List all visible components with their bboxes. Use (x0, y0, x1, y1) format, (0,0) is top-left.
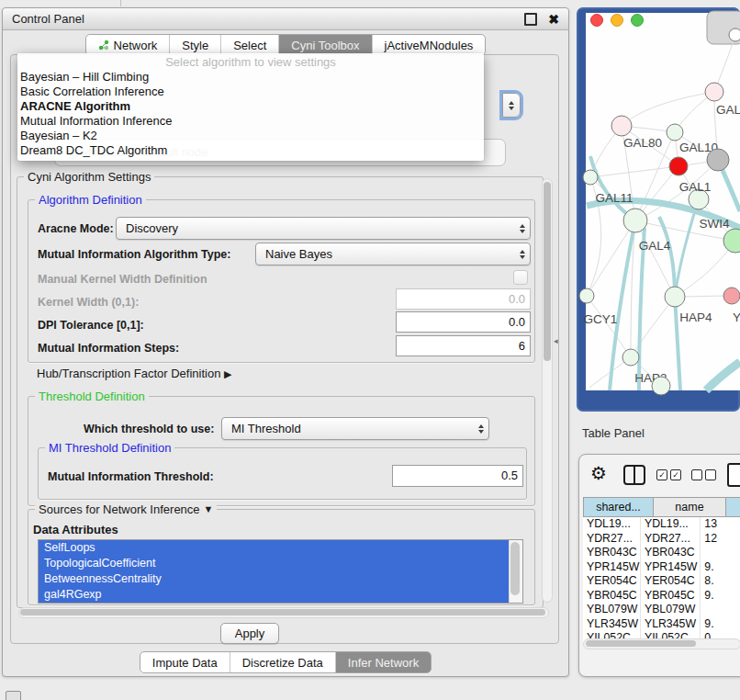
table-cell[interactable]: 9. (701, 589, 740, 604)
table-cell[interactable]: YBL079W (583, 603, 641, 617)
mac-minimize-icon[interactable] (611, 15, 623, 27)
manual-kernel-width-checkbox[interactable] (513, 270, 528, 285)
network-node-hap4[interactable] (665, 287, 685, 307)
network-node-gal11[interactable] (583, 170, 598, 185)
tab-select[interactable]: Select (220, 35, 278, 55)
mi-algorithm-type-select[interactable]: Naive Bayes (255, 243, 531, 265)
table-cell[interactable]: YDL19... (583, 517, 641, 532)
network-node-gal80[interactable] (611, 116, 632, 136)
network-node-gcy1[interactable] (579, 288, 594, 303)
float-window-icon[interactable] (524, 13, 537, 26)
attribute-item-betweennesscentrality[interactable]: BetweennessCentrality (39, 571, 522, 587)
table-cell[interactable]: YDR27... (641, 532, 701, 547)
mac-close-icon[interactable] (591, 15, 603, 27)
tab-cyni-toolbox[interactable]: Cyni Toolbox (278, 35, 371, 55)
table-cell[interactable]: 9. (701, 617, 740, 632)
table-cell[interactable] (701, 603, 740, 617)
mi-threshold-field[interactable]: 0.5 (392, 465, 523, 487)
network-node-gal10[interactable] (667, 124, 683, 141)
expand-right-icon[interactable]: ▶ (224, 368, 231, 379)
control-panel-titlebar: Control Panel ✖ (3, 8, 568, 30)
network-view-window[interactable]: GALGAL80GAL10GAL1GAL11GAL4SWI4GCY1HAP4YH… (577, 7, 740, 412)
network-node[interactable] (729, 28, 740, 41)
tab-discretize-data[interactable]: Discretize Data (230, 652, 335, 672)
attribute-item-selfloops[interactable]: SelfLoops (39, 540, 522, 556)
dropdown-item-dream8-dc-tdc-algorithm[interactable]: Dream8 DC_TDC Algorithm (17, 143, 484, 158)
network-canvas[interactable]: GALGAL80GAL10GAL1GAL11GAL4SWI4GCY1HAP4YH… (577, 7, 740, 412)
which-threshold-select[interactable]: MI Threshold (221, 417, 489, 440)
table-horizontal-scrollbar-thumb[interactable] (586, 640, 696, 647)
table-cell[interactable]: YER054C (583, 574, 641, 589)
hub-definition-toggle[interactable]: Hub/Transcription Factor Definition ▶ (37, 367, 231, 380)
bottom-tabs: Impute DataDiscretize DataInfer Network (140, 651, 432, 673)
table-cell[interactable]: 8. (701, 574, 740, 589)
network-node[interactable] (669, 157, 688, 175)
table-row: YPR145WYPR145W9. (583, 560, 740, 575)
tab-impute-data[interactable]: Impute Data (140, 652, 230, 672)
network-node-hap2[interactable] (622, 349, 639, 366)
tab-style[interactable]: Style (169, 35, 220, 55)
tab-infer-network[interactable]: Infer Network (335, 652, 431, 672)
column-header-partial[interactable]: A (726, 498, 740, 517)
table-row: YBL079WYBL079W (583, 603, 740, 617)
table-cell[interactable]: YBR045C (641, 589, 701, 604)
mi-steps-field[interactable]: 6 (396, 335, 531, 356)
settings-vertical-scrollbar-thumb[interactable] (544, 182, 551, 361)
table-cell[interactable]: YLR345W (583, 617, 641, 632)
table-cell[interactable]: YDR27... (583, 532, 641, 547)
aracne-mode-select[interactable]: Discovery (116, 217, 531, 240)
attribute-item-gal4rgexp[interactable]: gal4RGexp (39, 587, 522, 603)
table-cell[interactable]: YER054C (641, 574, 701, 589)
gear-icon[interactable]: ⚙ (590, 462, 607, 484)
table-cell[interactable]: YBR045C (583, 589, 641, 604)
network-node-gal[interactable] (705, 83, 723, 101)
attributes-scrollbar[interactable] (509, 540, 522, 603)
network-node[interactable] (707, 149, 729, 171)
network-node-y[interactable] (723, 288, 740, 304)
dropdown-item-mutual-information-inference[interactable]: Mutual Information Inference (17, 114, 484, 129)
node-label-gal11: GAL11 (595, 191, 633, 205)
kernel-width-field[interactable]: 0.0 (396, 288, 531, 310)
dropdown-item-bayesian-hill-climbing[interactable]: Bayesian – Hill Climbing (17, 70, 484, 85)
split-columns-icon[interactable] (623, 465, 645, 485)
attributes-scrollbar-thumb[interactable] (510, 542, 520, 595)
table-cell[interactable]: YLR345W (641, 617, 701, 632)
select-all-rows-icon[interactable]: ✓ ✓ (656, 469, 681, 480)
apply-button[interactable]: Apply (220, 623, 279, 644)
column-header-name[interactable]: name (654, 498, 726, 517)
attribute-item-topologicalcoefficient[interactable]: TopologicalCoefficient (39, 556, 522, 571)
document-icon[interactable] (727, 463, 740, 487)
table-cell[interactable]: YBR043C (583, 546, 641, 560)
table-cell[interactable] (701, 546, 740, 560)
settings-horizontal-scrollbar[interactable] (18, 607, 549, 618)
column-header-shared-name[interactable]: shared... (584, 498, 654, 517)
dropdown-item-bayesian-k2[interactable]: Bayesian – K2 (17, 129, 484, 143)
table-cell[interactable]: 13 (701, 517, 740, 532)
focused-combo-edge[interactable] (502, 93, 521, 118)
network-node[interactable] (652, 377, 670, 395)
dpi-tolerance-field[interactable]: 0.0 (396, 311, 531, 333)
docked-window-icon[interactable] (6, 691, 21, 700)
close-icon[interactable]: ✖ (548, 13, 559, 26)
tab-network[interactable]: Network (86, 35, 170, 55)
tab-jactivemnodules[interactable]: jActiveMNodules (372, 35, 486, 55)
dropdown-item-basic-correlation-inference[interactable]: Basic Correlation Inference (17, 85, 484, 99)
table-cell[interactable]: YPR145W (641, 560, 701, 575)
deselect-all-rows-icon[interactable] (691, 469, 716, 480)
table-cell[interactable]: 9. (701, 560, 740, 575)
table-horizontal-scrollbar[interactable] (583, 638, 740, 649)
table-cell[interactable]: YBL079W (641, 603, 701, 617)
dropdown-item-aracne-algorithm[interactable]: ARACNE Algorithm (17, 99, 484, 114)
settings-vertical-scrollbar[interactable] (542, 178, 553, 603)
panel-splitter-collapse-icon[interactable]: ◂ (554, 336, 558, 345)
settings-horizontal-scrollbar-thumb[interactable] (20, 609, 545, 615)
data-attributes-list[interactable]: SelfLoopsTopologicalCoefficientBetweenne… (38, 539, 523, 604)
table-cell[interactable]: 12 (701, 532, 740, 547)
network-node-gal4[interactable] (623, 209, 647, 232)
table-cell[interactable]: YPR145W (583, 560, 641, 575)
data-attributes-label: Data Attributes (33, 523, 118, 536)
table-cell[interactable]: YBR043C (641, 546, 701, 560)
table-cell[interactable]: YDL19... (641, 517, 701, 532)
collapse-down-icon[interactable]: ▼ (204, 502, 214, 516)
mac-zoom-icon[interactable] (632, 15, 644, 27)
